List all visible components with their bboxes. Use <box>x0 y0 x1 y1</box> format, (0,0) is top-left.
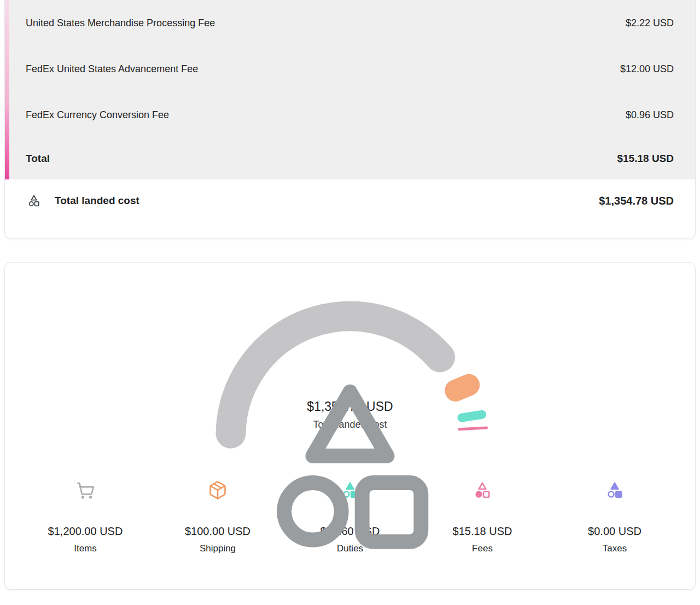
fees-total-label: Total <box>26 153 50 165</box>
fee-label: United States Merchandise Processing Fee <box>26 18 215 29</box>
fees-total-value: $15.18 USD <box>617 153 674 165</box>
fee-value: $0.96 USD <box>626 109 674 121</box>
gauge-center: $1,354.78 USD Total landed cost <box>5 363 695 431</box>
page: United States Merchandise Processing Fee… <box>4 0 696 590</box>
shapes-icon <box>337 363 363 388</box>
fee-value: $12.00 USD <box>620 63 674 75</box>
fees-accent-bar <box>5 0 9 179</box>
fee-label: FedEx United States Advancement Fee <box>26 63 198 75</box>
fee-row: FedEx Currency Conversion Fee $0.96 USD <box>9 92 695 138</box>
fee-row: United States Merchandise Processing Fee… <box>9 0 695 46</box>
fee-label: FedEx Currency Conversion Fee <box>26 109 169 121</box>
fees-total-row: Total $15.18 USD <box>9 138 695 179</box>
fee-value: $2.22 USD <box>626 18 674 29</box>
total-landed-cost-label: Total landed cost <box>55 195 599 207</box>
landed-cost-chart-card: $1,354.78 USD Total landed cost $1,200.0… <box>4 262 696 590</box>
cost-breakdown-card: United States Merchandise Processing Fee… <box>4 0 696 239</box>
fee-row: FedEx United States Advancement Fee $12.… <box>9 46 695 92</box>
shapes-icon <box>27 194 41 208</box>
total-landed-cost-row: Total landed cost $1,354.78 USD <box>5 179 695 238</box>
fees-table: United States Merchandise Processing Fee… <box>5 0 695 179</box>
total-landed-cost-value: $1,354.78 USD <box>599 195 674 207</box>
gauge-wrap: $1,354.78 USD Total landed cost <box>5 263 695 470</box>
